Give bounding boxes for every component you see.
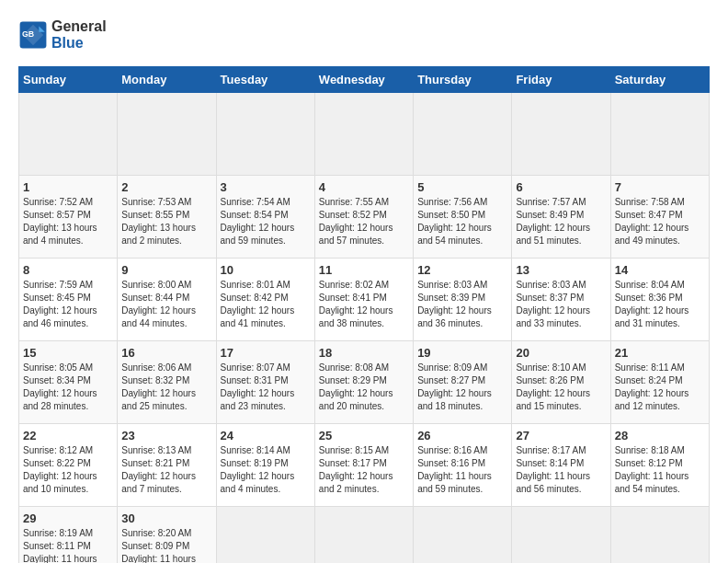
calendar-cell bbox=[610, 507, 709, 564]
calendar-cell: 27Sunrise: 8:17 AM Sunset: 8:14 PM Dayli… bbox=[512, 424, 610, 507]
calendar-cell: 26Sunrise: 8:16 AM Sunset: 8:16 PM Dayli… bbox=[414, 424, 512, 507]
day-info: Sunrise: 8:04 AM Sunset: 8:36 PM Dayligh… bbox=[615, 279, 705, 330]
col-header-tuesday: Tuesday bbox=[216, 67, 314, 93]
day-info: Sunrise: 8:01 AM Sunset: 8:42 PM Dayligh… bbox=[221, 279, 311, 330]
day-number: 1 bbox=[23, 180, 113, 194]
day-number: 20 bbox=[516, 346, 606, 360]
day-number: 15 bbox=[23, 346, 113, 360]
calendar-cell: 28Sunrise: 8:18 AM Sunset: 8:12 PM Dayli… bbox=[610, 424, 709, 507]
calendar-week-row: 29Sunrise: 8:19 AM Sunset: 8:11 PM Dayli… bbox=[19, 507, 710, 564]
calendar-week-row: 1Sunrise: 7:52 AM Sunset: 8:57 PM Daylig… bbox=[19, 176, 710, 259]
day-info: Sunrise: 7:59 AM Sunset: 8:45 PM Dayligh… bbox=[23, 279, 113, 330]
calendar-cell: 15Sunrise: 8:05 AM Sunset: 8:34 PM Dayli… bbox=[19, 341, 118, 424]
day-number: 6 bbox=[516, 180, 606, 194]
calendar-cell: 5Sunrise: 7:56 AM Sunset: 8:50 PM Daylig… bbox=[414, 176, 512, 259]
day-number: 18 bbox=[319, 346, 409, 360]
day-info: Sunrise: 8:07 AM Sunset: 8:31 PM Dayligh… bbox=[221, 362, 311, 413]
day-info: Sunrise: 7:57 AM Sunset: 8:49 PM Dayligh… bbox=[516, 196, 606, 247]
calendar-week-row bbox=[19, 93, 710, 176]
day-info: Sunrise: 7:55 AM Sunset: 8:52 PM Dayligh… bbox=[319, 196, 409, 247]
calendar-cell: 30Sunrise: 8:20 AM Sunset: 8:09 PM Dayli… bbox=[118, 507, 216, 564]
col-header-thursday: Thursday bbox=[414, 67, 512, 93]
calendar-cell bbox=[610, 93, 709, 176]
calendar-cell: 17Sunrise: 8:07 AM Sunset: 8:31 PM Dayli… bbox=[216, 341, 314, 424]
calendar-cell: 21Sunrise: 8:11 AM Sunset: 8:24 PM Dayli… bbox=[610, 341, 709, 424]
day-number: 25 bbox=[319, 429, 409, 442]
calendar-cell bbox=[216, 93, 314, 176]
calendar-cell: 19Sunrise: 8:09 AM Sunset: 8:27 PM Dayli… bbox=[414, 341, 512, 424]
day-info: Sunrise: 7:54 AM Sunset: 8:54 PM Dayligh… bbox=[221, 196, 311, 247]
calendar-week-row: 15Sunrise: 8:05 AM Sunset: 8:34 PM Dayli… bbox=[19, 341, 710, 424]
logo-icon: GB bbox=[18, 20, 48, 50]
day-info: Sunrise: 8:10 AM Sunset: 8:26 PM Dayligh… bbox=[516, 362, 606, 413]
calendar-cell: 1Sunrise: 7:52 AM Sunset: 8:57 PM Daylig… bbox=[19, 176, 118, 259]
col-header-monday: Monday bbox=[118, 67, 216, 93]
calendar-week-row: 22Sunrise: 8:12 AM Sunset: 8:22 PM Dayli… bbox=[19, 424, 710, 507]
calendar-cell bbox=[512, 507, 610, 564]
day-number: 17 bbox=[221, 346, 311, 360]
day-number: 7 bbox=[615, 180, 705, 194]
calendar-cell bbox=[414, 507, 512, 564]
day-info: Sunrise: 8:19 AM Sunset: 8:11 PM Dayligh… bbox=[23, 527, 113, 563]
day-number: 27 bbox=[516, 429, 606, 442]
calendar-cell: 2Sunrise: 7:53 AM Sunset: 8:55 PM Daylig… bbox=[118, 176, 216, 259]
day-info: Sunrise: 8:00 AM Sunset: 8:44 PM Dayligh… bbox=[121, 279, 211, 330]
calendar-cell: 11Sunrise: 8:02 AM Sunset: 8:41 PM Dayli… bbox=[314, 259, 413, 341]
day-info: Sunrise: 8:14 AM Sunset: 8:19 PM Dayligh… bbox=[221, 444, 311, 496]
calendar-cell: 22Sunrise: 8:12 AM Sunset: 8:22 PM Dayli… bbox=[19, 424, 118, 507]
calendar-cell bbox=[216, 507, 314, 564]
day-number: 16 bbox=[121, 346, 211, 360]
day-number: 13 bbox=[516, 263, 606, 277]
calendar-cell bbox=[314, 507, 413, 564]
day-info: Sunrise: 8:15 AM Sunset: 8:17 PM Dayligh… bbox=[319, 444, 409, 496]
day-number: 26 bbox=[417, 429, 507, 442]
day-info: Sunrise: 7:56 AM Sunset: 8:50 PM Dayligh… bbox=[417, 196, 507, 247]
calendar-cell: 4Sunrise: 7:55 AM Sunset: 8:52 PM Daylig… bbox=[314, 176, 413, 259]
day-number: 24 bbox=[221, 429, 311, 442]
calendar-cell: 24Sunrise: 8:14 AM Sunset: 8:19 PM Dayli… bbox=[216, 424, 314, 507]
calendar-cell bbox=[414, 93, 512, 176]
calendar-cell: 10Sunrise: 8:01 AM Sunset: 8:42 PM Dayli… bbox=[216, 259, 314, 341]
day-info: Sunrise: 8:18 AM Sunset: 8:12 PM Dayligh… bbox=[615, 444, 705, 496]
day-info: Sunrise: 8:09 AM Sunset: 8:27 PM Dayligh… bbox=[417, 362, 507, 413]
day-number: 14 bbox=[615, 263, 705, 277]
calendar-cell bbox=[118, 93, 216, 176]
day-number: 23 bbox=[121, 429, 211, 442]
col-header-sunday: Sunday bbox=[19, 67, 118, 93]
day-info: Sunrise: 8:03 AM Sunset: 8:37 PM Dayligh… bbox=[516, 279, 606, 330]
day-number: 28 bbox=[615, 429, 705, 442]
calendar-cell: 20Sunrise: 8:10 AM Sunset: 8:26 PM Dayli… bbox=[512, 341, 610, 424]
day-info: Sunrise: 7:52 AM Sunset: 8:57 PM Dayligh… bbox=[23, 196, 113, 247]
day-number: 19 bbox=[417, 346, 507, 360]
calendar-cell bbox=[512, 93, 610, 176]
calendar-cell: 8Sunrise: 7:59 AM Sunset: 8:45 PM Daylig… bbox=[19, 259, 118, 341]
calendar-cell: 14Sunrise: 8:04 AM Sunset: 8:36 PM Dayli… bbox=[610, 259, 709, 341]
calendar-cell: 23Sunrise: 8:13 AM Sunset: 8:21 PM Dayli… bbox=[118, 424, 216, 507]
day-info: Sunrise: 8:12 AM Sunset: 8:22 PM Dayligh… bbox=[23, 444, 113, 496]
calendar-cell: 29Sunrise: 8:19 AM Sunset: 8:11 PM Dayli… bbox=[19, 507, 118, 564]
day-info: Sunrise: 8:13 AM Sunset: 8:21 PM Dayligh… bbox=[121, 444, 211, 496]
calendar-header-row: SundayMondayTuesdayWednesdayThursdayFrid… bbox=[19, 67, 710, 93]
calendar-cell: 16Sunrise: 8:06 AM Sunset: 8:32 PM Dayli… bbox=[118, 341, 216, 424]
day-info: Sunrise: 8:08 AM Sunset: 8:29 PM Dayligh… bbox=[319, 362, 409, 413]
day-info: Sunrise: 8:02 AM Sunset: 8:41 PM Dayligh… bbox=[319, 279, 409, 330]
day-info: Sunrise: 7:58 AM Sunset: 8:47 PM Dayligh… bbox=[615, 196, 705, 247]
day-number: 30 bbox=[121, 511, 211, 525]
day-number: 21 bbox=[615, 346, 705, 360]
calendar-cell: 18Sunrise: 8:08 AM Sunset: 8:29 PM Dayli… bbox=[314, 341, 413, 424]
day-number: 9 bbox=[121, 263, 211, 277]
day-number: 8 bbox=[23, 263, 113, 277]
day-number: 22 bbox=[23, 429, 113, 442]
col-header-saturday: Saturday bbox=[610, 67, 709, 93]
calendar-cell bbox=[314, 93, 413, 176]
calendar-cell: 3Sunrise: 7:54 AM Sunset: 8:54 PM Daylig… bbox=[216, 176, 314, 259]
day-info: Sunrise: 8:17 AM Sunset: 8:14 PM Dayligh… bbox=[516, 444, 606, 496]
day-info: Sunrise: 7:53 AM Sunset: 8:55 PM Dayligh… bbox=[121, 196, 211, 247]
day-info: Sunrise: 8:16 AM Sunset: 8:16 PM Dayligh… bbox=[417, 444, 507, 496]
day-number: 2 bbox=[121, 180, 211, 194]
calendar-table: SundayMondayTuesdayWednesdayThursdayFrid… bbox=[18, 66, 710, 563]
col-header-wednesday: Wednesday bbox=[314, 67, 413, 93]
calendar-cell: 6Sunrise: 7:57 AM Sunset: 8:49 PM Daylig… bbox=[512, 176, 610, 259]
calendar-cell: 13Sunrise: 8:03 AM Sunset: 8:37 PM Dayli… bbox=[512, 259, 610, 341]
calendar-cell: 9Sunrise: 8:00 AM Sunset: 8:44 PM Daylig… bbox=[118, 259, 216, 341]
